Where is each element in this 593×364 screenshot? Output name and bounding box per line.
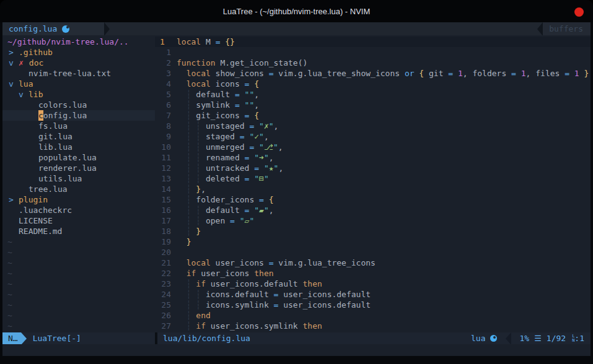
code-line-text: if user_icons then <box>177 268 274 279</box>
code-token: default <box>191 90 234 99</box>
code-line[interactable]: 11 ┆ ┆ renamed = "➜", <box>155 152 591 163</box>
code-token: ➜ <box>259 153 264 162</box>
code-line[interactable]: 15 ┆ folder_icons = { <box>155 194 591 205</box>
tree-item-LICENSE[interactable]: LICENSE <box>2 215 155 226</box>
tree-item-label: colors.lua <box>38 100 87 110</box>
code-token: = <box>269 69 274 78</box>
tree-item-.github[interactable]: >.github <box>2 47 155 58</box>
code-line[interactable]: 25 ┆ ┆ icons.symlink = user_icons.defaul… <box>155 300 591 310</box>
tree-item-plugin[interactable]: >plugin <box>2 194 155 205</box>
code-line[interactable]: 1 <box>155 47 591 58</box>
code-token: ┆ <box>196 121 201 131</box>
code-line[interactable]: 13 ┆ ┆ deleted = "⊟" <box>155 173 591 184</box>
tab-buffers[interactable]: buffers <box>543 22 591 35</box>
code-line[interactable]: 16 ┆ ┆ default = "▰", <box>155 205 591 215</box>
command-line[interactable] <box>2 344 591 356</box>
tree-empty-line: ~ <box>2 279 155 289</box>
tree-empty-line: ~ <box>2 310 155 321</box>
code-line[interactable]: 3 local show_icons = vim.g.lua_tree_show… <box>155 68 591 79</box>
code-line[interactable]: 27 ┆ if user_icons.symlink then <box>155 321 591 331</box>
line-number: 24 <box>155 289 171 300</box>
code-line-text: ┆ if user_icons.default then <box>177 279 322 289</box>
tree-item-git.lua[interactable]: git.lua <box>2 131 155 142</box>
code-token: deleted <box>201 174 244 183</box>
tree-item-renderer.lua[interactable]: renderer.lua <box>2 163 155 173</box>
file-tree: ~/github/nvim-tree.lua/..>.githubv✗docnv… <box>2 37 155 332</box>
chevron-down-icon: v <box>9 58 19 68</box>
code-token: ★ <box>269 163 274 173</box>
code-token <box>177 121 187 131</box>
line-number: 4 <box>155 79 171 89</box>
chevron-down-icon: v <box>19 89 29 100</box>
tree-item-tree.lua[interactable]: tree.lua <box>2 184 155 194</box>
code-token: git_icons <box>191 111 244 120</box>
code-token: = <box>269 258 274 267</box>
tree-item-utils.lua[interactable]: utils.lua <box>2 173 155 184</box>
code-line[interactable]: 6 ┆ symlink = "", <box>155 100 591 110</box>
tree-item-.luacheckrc[interactable]: .luacheckrc <box>2 205 155 215</box>
code-line[interactable]: 26 ┆ end <box>155 310 591 321</box>
tilde-char: ~ <box>7 258 12 268</box>
code-line[interactable]: 22 if user_icons then <box>155 268 591 279</box>
code-token <box>254 121 259 131</box>
terminal-content: config.lua buffers ~/github/nvim-tree.lu… <box>2 22 591 356</box>
code-token <box>177 153 187 162</box>
code-token <box>254 142 259 152</box>
code-line[interactable]: 1local M = {} <box>155 37 591 47</box>
code-token: symlink <box>191 100 234 110</box>
code-line-text: local M = {} <box>177 37 235 47</box>
code-line[interactable]: 10 ┆ ┆ unmerged = "⎇", <box>155 142 591 152</box>
code-token: , files <box>526 69 565 78</box>
code-token: } <box>584 69 589 78</box>
tab-config-lua[interactable]: config.lua <box>2 22 78 35</box>
code-line[interactable]: 4 local icons = { <box>155 79 591 89</box>
code-line[interactable]: 19 } <box>155 236 591 247</box>
tree-item-populate.lua[interactable]: populate.lua <box>2 152 155 163</box>
tree-root[interactable]: ~/github/nvim-tree.lua/.. <box>2 37 155 47</box>
code-line[interactable]: 7 ┆ git_icons = { <box>155 110 591 121</box>
code-token: ✗ <box>264 121 269 131</box>
code-token: " <box>240 216 245 225</box>
code-line[interactable]: 18 ┆ } <box>155 226 591 236</box>
code-token: = <box>254 163 259 173</box>
tab-pad <box>78 22 104 35</box>
code-token: then <box>303 279 322 288</box>
code-line[interactable]: 14 ┆ }, <box>155 184 591 194</box>
tree-item-fs.lua[interactable]: fs.lua <box>2 121 155 131</box>
code-line[interactable]: 24 ┆ ┆ icons.default = user_icons.defaul… <box>155 289 591 300</box>
chevron-right-icon: > <box>9 194 19 205</box>
code-line[interactable]: 17 ┆ ┆ open = "▱" <box>155 215 591 226</box>
code-token: if <box>196 279 206 288</box>
code-token: open <box>201 216 230 225</box>
line-number: 25 <box>155 300 171 310</box>
code-line[interactable]: 2function M.get_icon_state() <box>155 58 591 68</box>
tree-item-README.md[interactable]: README.md <box>2 226 155 236</box>
tree-item-lua[interactable]: vlua <box>2 79 155 89</box>
close-button[interactable] <box>574 7 584 17</box>
tree-item-colors.lua[interactable]: colors.lua <box>2 100 155 110</box>
code-token: local <box>187 258 211 267</box>
tree-item-lib[interactable]: vlib <box>2 89 155 100</box>
code-token: { <box>269 195 274 204</box>
statusline-column: :1 <box>574 334 584 343</box>
code-line[interactable]: 8 ┆ ┆ unstaged = "✗", <box>155 121 591 131</box>
code-line[interactable]: 9 ┆ ┆ staged = "✓", <box>155 131 591 142</box>
code-token: { <box>254 111 259 120</box>
code-line-text: ┆ end <box>177 310 211 321</box>
tree-empty-line: ~ <box>2 300 155 310</box>
tree-item-lib.lua[interactable]: lib.lua <box>2 142 155 152</box>
code-line[interactable]: 20 <box>155 247 591 258</box>
tree-empty-line: ~ <box>2 236 155 247</box>
code-line[interactable]: 5 ┆ default = "", <box>155 89 591 100</box>
indent-spacer <box>29 110 38 121</box>
code-line[interactable]: 23 ┆ if user_icons.default then <box>155 279 591 289</box>
code-line[interactable]: 21 local user_icons = vim.g.lua_tree_ico… <box>155 258 591 268</box>
statusline-tree-name: LuaTree[-] <box>33 332 81 344</box>
code-token: M <box>201 37 215 46</box>
line-number: 23 <box>155 279 171 289</box>
code-token: ┆ <box>196 174 201 183</box>
tree-item-config.lua[interactable]: config.lua <box>2 110 155 121</box>
tree-item-nvim-tree-lua.txt[interactable]: nvim-tree-lua.txt <box>2 68 155 79</box>
code-line[interactable]: 12 ┆ ┆ untracked = "★", <box>155 163 591 173</box>
tree-item-doc[interactable]: v✗doc <box>2 58 155 68</box>
